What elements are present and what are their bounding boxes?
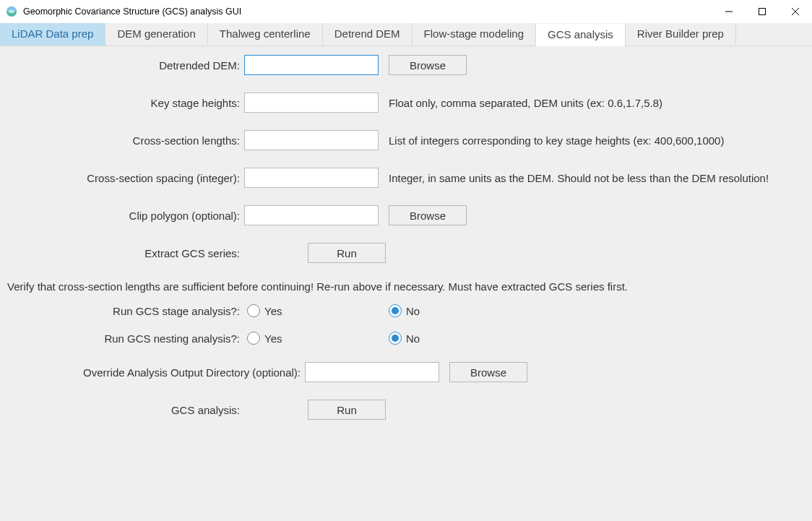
clip-poly-browse-button[interactable]: Browse xyxy=(389,205,467,225)
window-title: Geomorphic Covariance Structure (GCS) an… xyxy=(23,7,712,17)
override-out-browse-button[interactable]: Browse xyxy=(449,362,527,382)
minimize-button[interactable] xyxy=(712,0,746,23)
tab-river-builder-prep[interactable]: River Builder prep xyxy=(626,23,736,46)
svg-point-1 xyxy=(9,10,14,14)
app-icon xyxy=(6,6,17,17)
clip-poly-input[interactable] xyxy=(244,205,379,225)
stage-analysis-no-radio[interactable]: No xyxy=(389,304,427,317)
extract-run-button[interactable]: Run xyxy=(308,243,386,263)
stage-analysis-label: Run GCS stage analysis?: xyxy=(7,305,244,317)
xs-lengths-hint: List of integers corresponding to key st… xyxy=(389,134,724,147)
svg-rect-3 xyxy=(759,9,766,15)
extract-label: Extract GCS series: xyxy=(7,247,244,259)
clip-poly-label: Clip polygon (optional): xyxy=(7,210,244,222)
maximize-button[interactable] xyxy=(746,0,779,23)
gcs-analysis-label: GCS analysis: xyxy=(7,404,244,416)
gcs-analysis-run-button[interactable]: Run xyxy=(308,400,386,420)
override-out-label: Override Analysis Output Directory (opti… xyxy=(7,366,305,379)
content-area: LiDAR Data prep DEM generation Thalweg c… xyxy=(0,23,812,521)
key-stage-hint: Float only, comma separated, DEM units (… xyxy=(389,97,662,109)
xs-spacing-input[interactable] xyxy=(244,168,379,188)
tab-gcs-analysis[interactable]: GCS analysis xyxy=(536,24,626,46)
radio-label-no: No xyxy=(406,332,420,345)
detrended-dem-label: Detrended DEM: xyxy=(7,59,244,72)
titlebar: Geomorphic Covariance Structure (GCS) an… xyxy=(0,0,812,23)
override-out-input[interactable] xyxy=(305,362,439,382)
tab-flow-stage-modeling[interactable]: Flow-stage modeling xyxy=(413,23,536,46)
xs-spacing-hint: Integer, in same units as the DEM. Shoul… xyxy=(389,172,769,184)
tabs: LiDAR Data prep DEM generation Thalweg c… xyxy=(0,23,812,46)
detrended-dem-input[interactable] xyxy=(244,55,379,75)
tab-dem-generation[interactable]: DEM generation xyxy=(105,23,207,46)
nesting-analysis-yes-radio[interactable]: Yes xyxy=(247,332,289,345)
detrended-dem-browse-button[interactable]: Browse xyxy=(389,55,467,75)
xs-lengths-label: Cross-section lengths: xyxy=(7,134,244,147)
stage-analysis-yes-radio[interactable]: Yes xyxy=(247,304,289,317)
radio-label-yes: Yes xyxy=(264,332,282,345)
radio-icon xyxy=(247,304,260,317)
xs-lengths-input[interactable] xyxy=(244,130,379,150)
tab-detrend-dem[interactable]: Detrend DEM xyxy=(323,23,413,46)
radio-label-no: No xyxy=(406,305,420,317)
key-stage-input[interactable] xyxy=(244,92,379,113)
close-button[interactable] xyxy=(779,0,812,23)
tab-lidar-data-prep[interactable]: LiDAR Data prep xyxy=(0,23,105,46)
radio-icon xyxy=(389,304,402,317)
radio-icon xyxy=(247,332,260,345)
tab-thalweg-centerline[interactable]: Thalweg centerline xyxy=(208,23,323,46)
nesting-analysis-label: Run GCS nesting analysis?: xyxy=(7,332,244,345)
form-area: Detrended DEM: Browse Key stage heights:… xyxy=(0,46,812,446)
xs-spacing-label: Cross-section spacing (integer): xyxy=(7,172,244,184)
nesting-analysis-no-radio[interactable]: No xyxy=(389,332,427,345)
key-stage-label: Key stage heights: xyxy=(7,97,244,109)
radio-icon xyxy=(389,332,402,345)
radio-label-yes: Yes xyxy=(264,305,282,317)
window-controls xyxy=(712,0,812,23)
verify-text: Verify that cross-section lengths are su… xyxy=(7,280,805,293)
